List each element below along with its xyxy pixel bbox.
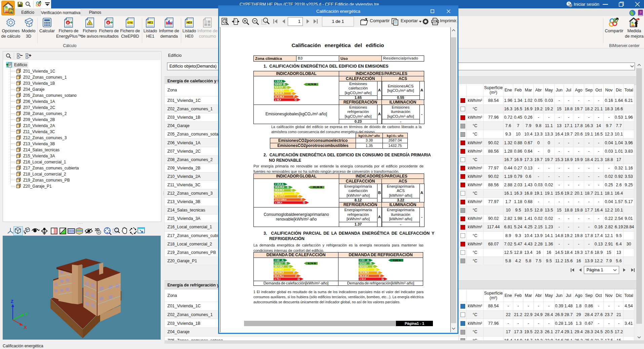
svg-text:A: A: [282, 259, 284, 262]
svg-text:80,1-173,7: 80,1-173,7: [275, 195, 285, 198]
svg-text:13,9-21,3: 13,9-21,3: [360, 268, 369, 271]
svg-text:F: F: [295, 274, 297, 277]
svg-text:10,7-19,2: 10,7-19,2: [275, 265, 284, 268]
svg-text:HE0: HE0: [187, 21, 192, 24]
svg-text:C: C: [291, 189, 293, 192]
svg-text:A: A: [280, 80, 282, 83]
svg-text:D: D: [294, 192, 296, 195]
svg-text:B: B: [287, 185, 289, 189]
svg-text:F: F: [379, 274, 381, 277]
svg-text:Z: Z: [11, 299, 13, 304]
svg-text:11,5-18,5: 11,5-18,5: [275, 89, 284, 92]
svg-text:64,3-70,1: 64,3-70,1: [275, 274, 284, 277]
svg-text:3,6-6,8: 3,6-6,8: [275, 83, 282, 86]
svg-text:≥ 46,9: ≥ 46,9: [275, 98, 281, 101]
svg-text:E: E: [293, 271, 295, 274]
svg-text:F: F: [301, 198, 303, 201]
svg-text:G: G: [381, 277, 384, 280]
svg-text:A: A: [367, 259, 369, 262]
svg-text:e: e: [67, 21, 69, 25]
svg-text:G: G: [297, 277, 300, 280]
svg-text:E: E: [291, 92, 293, 95]
svg-text:G: G: [303, 201, 305, 204]
svg-text:≥ 32,4: ≥ 32,4: [360, 278, 366, 280]
svg-text:CTE: CTE: [127, 21, 133, 24]
svg-text:8,9-13,9: 8,9-13,9: [360, 265, 368, 268]
svg-text:173,7-189,4: 173,7-189,4: [275, 198, 287, 201]
svg-text:D: D: [290, 268, 292, 271]
svg-text:15,6-29,6: 15,6-29,6: [275, 186, 284, 189]
svg-text:e: e: [107, 21, 109, 25]
svg-text:E: E: [377, 271, 379, 274]
svg-text:3,81 A: 3,81 A: [393, 259, 401, 262]
svg-text:< 3,6: < 3,6: [275, 80, 280, 83]
svg-text:A: A: [282, 183, 284, 186]
svg-text:HE1: HE1: [148, 21, 153, 24]
svg-text:< 5,5: < 5,5: [360, 259, 365, 262]
svg-text:26,3-32,4: 26,3-32,4: [360, 274, 369, 277]
svg-text:C: C: [288, 265, 290, 268]
svg-text:B: B: [283, 82, 285, 86]
svg-text:4,6-10,7: 4,6-10,7: [275, 262, 283, 265]
svg-text:G: G: [294, 98, 297, 101]
svg-text:5,5-8,9: 5,5-8,9: [360, 262, 366, 265]
svg-text:D: D: [374, 268, 376, 271]
svg-text:4,74 B: 4,74 B: [308, 83, 316, 86]
svg-text:HE: HE: [9, 11, 13, 14]
svg-text:X: X: [24, 325, 27, 330]
svg-text:?: ?: [640, 11, 642, 14]
svg-text:41,5-46,9: 41,5-46,9: [275, 95, 284, 98]
svg-text:32,2-64,3: 32,2-64,3: [275, 271, 284, 274]
svg-text:B: B: [285, 262, 287, 265]
svg-text:!: !: [89, 22, 90, 25]
svg-text:≥ 70,1: ≥ 70,1: [275, 278, 281, 280]
svg-text:26,36 B: 26,36 B: [313, 186, 322, 189]
svg-text:C: C: [286, 86, 288, 89]
svg-text:< 4,6: < 4,6: [275, 259, 280, 262]
svg-text:18,5-41,5: 18,5-41,5: [275, 92, 284, 95]
svg-text:50,0-80,1: 50,0-80,1: [275, 192, 284, 195]
svg-text:Y: Y: [25, 312, 28, 317]
svg-text:< 15,6: < 15,6: [275, 183, 281, 186]
svg-text:C: C: [372, 265, 374, 268]
svg-text:29,6-50,0: 29,6-50,0: [275, 189, 284, 192]
svg-text:B: B: [370, 262, 372, 265]
svg-text:≥ 189,4: ≥ 189,4: [275, 201, 282, 204]
svg-text:19,2-32,2: 19,2-32,2: [275, 268, 284, 271]
svg-text:6,8-11,5: 6,8-11,5: [275, 86, 283, 89]
svg-text:8,74 B: 8,74 B: [308, 262, 316, 265]
svg-text:21,3-26,3: 21,3-26,3: [360, 271, 369, 274]
svg-text:E: E: [297, 195, 299, 198]
